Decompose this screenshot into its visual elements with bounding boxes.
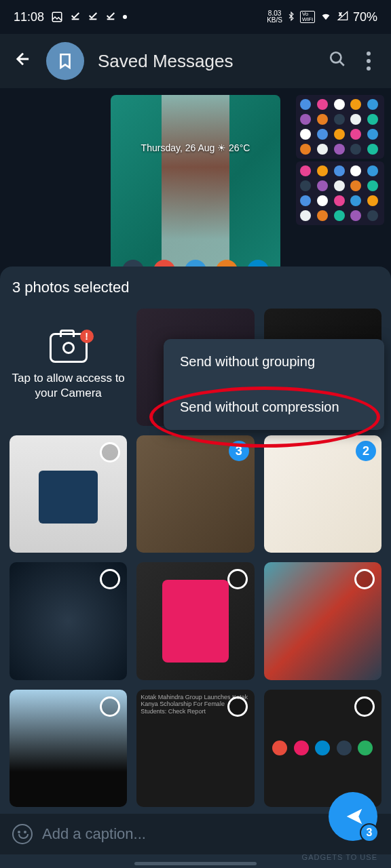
svg-rect-0 [52, 12, 62, 22]
more-icon[interactable] [360, 52, 377, 71]
network-speed: 8.03KB/S [267, 10, 282, 24]
message-image-small[interactable] [296, 95, 384, 159]
status-bar: 11:08 8.03KB/S VoWiFi x 70% [0, 0, 391, 34]
camera-icon: ! [50, 333, 88, 363]
wifi-icon [319, 11, 333, 24]
bluetooth-icon [286, 10, 296, 24]
svg-point-5 [331, 52, 341, 62]
bookmark-avatar[interactable] [46, 42, 84, 80]
message-image-small[interactable] [296, 161, 384, 225]
emoji-icon[interactable] [12, 824, 33, 844]
chat-header: Saved Messages [0, 34, 391, 88]
dot-icon [123, 15, 127, 19]
alert-badge: ! [80, 330, 94, 343]
back-arrow-icon[interactable] [14, 50, 33, 73]
photo-thumbnail[interactable] [10, 690, 127, 807]
selection-circle[interactable] [227, 569, 248, 589]
menu-send-without-grouping[interactable]: Send without grouping [164, 339, 384, 384]
selection-circle[interactable] [100, 569, 120, 589]
status-time: 11:08 [14, 10, 44, 24]
menu-send-without-compression[interactable]: Send without compression [164, 384, 384, 430]
send-options-menu: Send without grouping Send without compr… [164, 339, 384, 430]
photo-thumbnail[interactable] [264, 562, 381, 679]
selection-circle[interactable] [100, 696, 120, 717]
search-icon[interactable] [329, 50, 346, 73]
widget-date-weather: Thursday, 26 Aug ☀ 26°C [111, 142, 280, 153]
send-count-badge: 3 [360, 823, 379, 842]
battery-percent: 70% [353, 10, 377, 24]
check-icon [88, 10, 98, 24]
signal-icon: x [337, 11, 349, 24]
photo-thumbnail[interactable] [10, 435, 127, 553]
photo-thumbnail[interactable] [10, 562, 127, 679]
nav-handle[interactable] [134, 862, 257, 865]
selection-badge[interactable]: 3 [229, 441, 249, 461]
photo-thumbnail[interactable]: 3 [136, 435, 254, 553]
caption-input[interactable]: Add a caption... [42, 825, 379, 843]
photo-thumbnail[interactable] [264, 690, 381, 807]
svg-line-6 [339, 61, 344, 66]
picker-title: 3 photos selected [10, 279, 381, 296]
selection-circle[interactable] [354, 696, 375, 717]
check-icon [70, 10, 81, 24]
selection-badge[interactable]: 2 [356, 441, 376, 461]
photo-thumbnail[interactable]: 2 [264, 435, 381, 553]
chat-title: Saved Messages [98, 51, 315, 72]
selection-circle[interactable] [100, 442, 120, 462]
selection-circle[interactable] [354, 569, 375, 589]
vowifi-icon: VoWiFi [300, 11, 315, 23]
image-icon [51, 11, 63, 23]
check-icon [105, 10, 116, 24]
camera-access-tile[interactable]: ! Tap to allow access to your Camera [10, 309, 127, 426]
photo-thumbnail[interactable]: Kotak Mahindra Group Launches Kotak Kany… [136, 690, 254, 807]
watermark: GADGETS TO USE [302, 853, 377, 861]
photo-thumbnail[interactable] [136, 562, 254, 679]
send-button[interactable]: 3 [329, 792, 377, 841]
camera-access-label: Tap to allow access to your Camera [10, 371, 127, 401]
svg-text:x: x [339, 11, 342, 16]
selection-circle[interactable] [227, 696, 248, 717]
